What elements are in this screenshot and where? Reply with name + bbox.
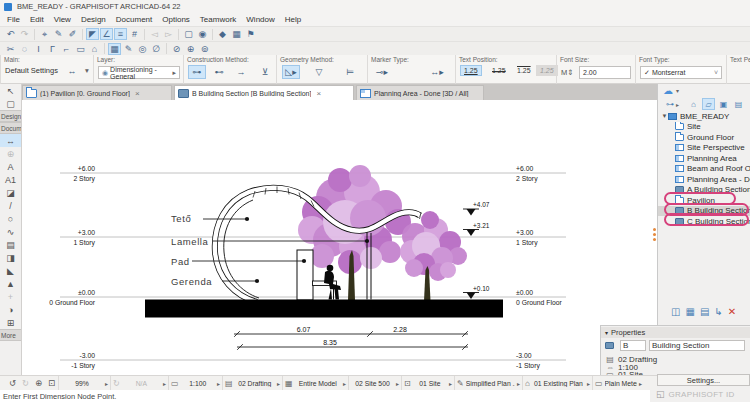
undo-icon[interactable]: ↶ <box>4 28 17 40</box>
tree-item-planning-area[interactable]: Planning Area <box>658 153 750 164</box>
resize-icon[interactable]: ▭ <box>74 43 87 55</box>
polyline-tool[interactable]: ∿ <box>0 225 21 238</box>
tree-item-pavilion[interactable]: Pavilion <box>658 195 750 206</box>
menu-options[interactable]: Options <box>157 15 195 24</box>
dimension-unit-control[interactable]: ▭Plain Meter▸ <box>592 376 644 391</box>
dimension-style-control[interactable]: 02 Site 500▸ <box>348 376 401 391</box>
save-current-icon[interactable]: ▤ <box>700 306 709 317</box>
zoom-previous-icon[interactable]: ↻ <box>19 377 32 389</box>
cloud-icon[interactable]: ☁ <box>663 85 673 96</box>
guide-lines-icon[interactable]: ≡ <box>114 28 127 40</box>
save-view-icon[interactable]: ▦ <box>685 306 694 317</box>
expand-caret-icon[interactable]: ▸ <box>676 101 679 108</box>
tree-item-b-building-section[interactable]: B Building Section <box>658 206 750 217</box>
change-tool[interactable]: + <box>0 290 21 303</box>
tree-item-site[interactable]: Site <box>658 122 750 133</box>
menu-edit[interactable]: Edit <box>25 15 49 24</box>
graphisoft-id-label[interactable]: GRAPHISOFT ID <box>669 390 735 399</box>
project-map-icon[interactable]: ⌂ <box>687 98 700 110</box>
any-direction-icon[interactable]: ◺▸ <box>282 65 300 79</box>
marquee-tool[interactable]: ▢ <box>0 97 21 110</box>
collapse-caret-icon[interactable]: ▼ <box>661 113 668 119</box>
group-icon[interactable]: ⊕ <box>184 43 197 55</box>
rotate-icon[interactable]: ◎ <box>136 43 149 55</box>
tree-item-a-building-section[interactable]: A Building Section <box>658 185 750 196</box>
defaults-caret-icon[interactable]: ▾ <box>85 66 89 75</box>
elevation-dimension-icon[interactable]: ⊻ <box>256 65 274 79</box>
arrow-tool[interactable]: ↖ <box>0 84 21 97</box>
cloud-caret-icon[interactable]: ▾ <box>676 87 679 94</box>
figure-tool[interactable]: ▤ <box>0 238 21 251</box>
back-icon[interactable]: ◅ <box>148 28 161 40</box>
menu-help[interactable]: Help <box>280 15 306 24</box>
trim-icon[interactable]: ◌ <box>18 43 31 55</box>
delete-icon[interactable]: ✕ <box>728 306 736 317</box>
witness-line-icon[interactable]: ⊨ <box>341 65 359 79</box>
pen-icon[interactable]: ✐ <box>66 28 79 40</box>
tab-planning-area-done[interactable]: Planning Area - Done [3D / All] <box>356 85 484 100</box>
layout-book-icon[interactable]: ▣ <box>717 98 730 110</box>
drawing-tool[interactable]: ◨ <box>0 251 21 264</box>
cumulative-dimension-icon[interactable]: ⊷ <box>210 65 228 79</box>
layer-combination-control[interactable]: ⌂01 Existing Plan▸ <box>522 376 592 391</box>
linear-dimension-icon[interactable]: ⊶ <box>188 65 206 79</box>
circle-tool[interactable]: ○ <box>0 212 21 225</box>
menu-document[interactable]: Document <box>111 15 157 24</box>
fit-in-window-icon[interactable]: ⊡ <box>45 377 58 389</box>
reference-id-input[interactable]: B <box>620 340 646 351</box>
marquee-options-icon[interactable]: ▢ <box>182 28 195 40</box>
favorites-icon[interactable]: ◆ <box>216 28 229 40</box>
adjust-icon[interactable]: I <box>32 43 45 55</box>
lock-icon[interactable]: ⊚ <box>198 43 211 55</box>
intersect-icon[interactable]: Γ <box>46 43 59 55</box>
model-filter-control[interactable]: ▦Entire Model▸ <box>282 376 348 391</box>
section-tool[interactable]: ◣ <box>0 264 21 277</box>
text-below-line-option[interactable]: 1.25 <box>513 65 535 76</box>
settings-button[interactable]: Settings... <box>657 374 750 386</box>
orientation-control[interactable]: ↻N/A▸ <box>110 376 168 391</box>
flag-icon[interactable]: ⚑ <box>244 28 257 40</box>
tree-item-planning-area-done[interactable]: Planning Area - Done <box>658 174 750 185</box>
marker-type-icon[interactable]: ⊸▸ <box>373 65 391 79</box>
edit-elements-icon[interactable]: ✎ <box>122 43 135 55</box>
pen-set-control[interactable]: ▤02 Drafting▸ <box>222 376 282 391</box>
tab-b-building-section[interactable]: B Building Section [B Building Section] … <box>174 85 354 100</box>
tree-item-ground-floor[interactable]: Ground Floor <box>658 132 750 143</box>
tree-item-c-building-section[interactable]: C Building Section <box>658 216 750 227</box>
diameter-icon[interactable]: ∅ <box>150 43 163 55</box>
fill-tool[interactable]: ◪ <box>0 186 21 199</box>
tree-item-site-perspective[interactable]: Site Perspective <box>658 143 750 154</box>
text-tool[interactable]: A <box>0 160 21 173</box>
menu-teamwork[interactable]: Teamwork <box>195 15 241 24</box>
3d-document-tool[interactable]: ⊞ <box>0 316 21 329</box>
model-view-options-control[interactable]: ✎Simplified Plan ...▸ <box>454 376 522 391</box>
dimension-defaults-icon[interactable]: ↔ <box>63 64 81 78</box>
pick-up-parameters-icon[interactable]: ⌖ <box>38 28 51 40</box>
camera-tool[interactable]: ◑ <box>0 303 21 316</box>
schedules-icon[interactable]: ▦ <box>230 28 243 40</box>
menu-design[interactable]: Design <box>76 15 111 24</box>
layer-field[interactable]: ◉ Dimensioning - General ▸ <box>98 66 180 79</box>
level-dimension-tool[interactable]: ⊕ <box>0 147 21 160</box>
menu-window[interactable]: Window <box>241 15 279 24</box>
drawing-area[interactable]: +6.00 2 Story +6.00 2 Story +3.00 1 Stor… <box>22 100 657 375</box>
forward-icon[interactable]: ▻ <box>162 28 175 40</box>
close-tab-icon[interactable]: × <box>135 89 140 98</box>
elevate-icon[interactable]: ⌂ <box>88 43 101 55</box>
inject-parameters-icon[interactable]: ✎ <box>52 28 65 40</box>
snap-guides-icon[interactable]: ◤ <box>86 28 99 40</box>
font-type-select[interactable]: ✓ Montserrat ˅ <box>640 66 722 79</box>
marker-arrows-icon[interactable]: ↔▸ <box>428 65 446 79</box>
text-above-line-option[interactable]: 1.25 <box>460 65 482 76</box>
new-folder-icon[interactable]: ↳ <box>714 306 722 317</box>
zoom-level-control[interactable]: 99%▸ <box>58 376 110 391</box>
profile-manager-icon[interactable]: ◉ <box>196 28 209 40</box>
tree-item-beam-roof-objects[interactable]: Beam and Roof Objects <box>658 164 750 175</box>
grid-display-icon[interactable]: ▦ <box>108 43 121 55</box>
text-rotated-option[interactable]: 1.25 <box>536 65 558 76</box>
line-tool[interactable]: / <box>0 199 21 212</box>
fillet-icon[interactable]: ⌐ <box>60 43 73 55</box>
menu-view[interactable]: View <box>49 15 76 24</box>
text-in-line-option[interactable]: 1.25 <box>488 65 510 76</box>
suspend-groups-icon[interactable]: ⊘ <box>170 43 183 55</box>
